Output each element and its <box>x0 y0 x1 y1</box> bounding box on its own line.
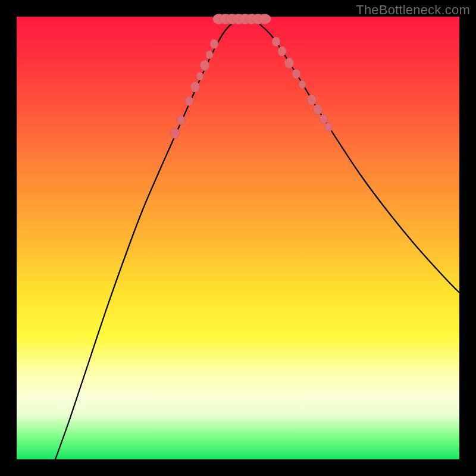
data-point-marker <box>299 80 306 89</box>
data-point-marker <box>272 37 280 46</box>
watermark-text: TheBottleneck.com <box>356 2 470 18</box>
data-point-marker <box>196 72 203 80</box>
valley-marker-bar <box>213 14 271 24</box>
markers-right-branch <box>272 37 333 132</box>
markers-left-branch <box>170 39 218 139</box>
data-point-marker <box>190 82 199 92</box>
data-point-marker <box>206 51 213 59</box>
valley-point-marker <box>259 14 271 24</box>
data-point-marker <box>324 123 333 132</box>
chart-frame: TheBottleneck.com <box>0 0 476 476</box>
data-point-marker <box>313 104 322 115</box>
data-point-marker <box>307 95 316 105</box>
data-point-marker <box>278 46 286 56</box>
data-point-marker <box>177 115 185 125</box>
data-point-marker <box>284 58 293 68</box>
plot-area <box>17 17 459 459</box>
data-point-marker <box>292 69 300 79</box>
data-point-marker <box>320 114 328 124</box>
data-point-marker <box>185 96 193 106</box>
data-point-marker <box>210 39 218 49</box>
data-point-marker <box>200 60 209 71</box>
chart-svg <box>17 17 459 459</box>
data-point-marker <box>170 128 179 139</box>
bottleneck-curve <box>55 18 459 459</box>
